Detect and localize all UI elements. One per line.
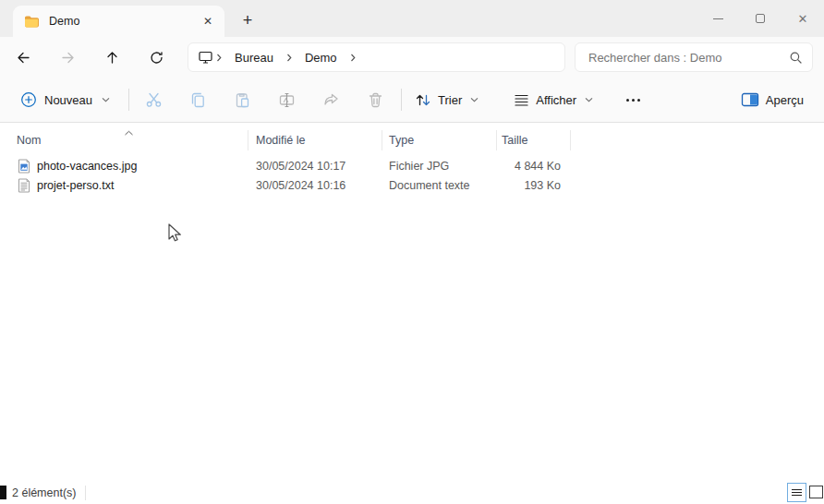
- rename-icon: [278, 91, 296, 109]
- cut-icon: [145, 91, 163, 109]
- view-button-label: Afficher: [536, 93, 576, 107]
- chevron-right-icon: [284, 54, 295, 62]
- sort-ascending-icon: [124, 126, 134, 138]
- sort-button-label: Trier: [438, 93, 462, 107]
- file-size: 4 844 Ko: [462, 160, 561, 173]
- chevron-down-icon: [585, 97, 593, 102]
- view-lines-icon: [514, 93, 529, 107]
- preview-button[interactable]: Aperçu: [733, 87, 811, 113]
- maximize-icon: [756, 14, 765, 23]
- file-type: Fichier JPG: [389, 160, 449, 173]
- new-tab-button[interactable]: +: [235, 7, 261, 33]
- desktop-icon: [198, 50, 213, 65]
- chevron-down-icon: [470, 97, 479, 102]
- breadcrumb-item-bureau[interactable]: Bureau: [224, 47, 284, 68]
- tab-close-icon[interactable]: ✕: [197, 10, 219, 32]
- up-button[interactable]: [97, 42, 127, 72]
- items-count: 2 élément(s): [12, 486, 76, 499]
- back-button[interactable]: [8, 42, 38, 72]
- column-divider[interactable]: [496, 130, 497, 150]
- paste-button[interactable]: [224, 83, 261, 116]
- breadcrumb-item-demo[interactable]: Demo: [295, 47, 347, 68]
- refresh-button[interactable]: [141, 42, 171, 72]
- forward-button[interactable]: [53, 42, 82, 72]
- file-row-projet-perso[interactable]: projet-perso.txt 30/05/2024 10:16 Docume…: [0, 176, 824, 197]
- column-header-size[interactable]: Taille: [502, 134, 528, 147]
- back-icon: [16, 50, 31, 66]
- tab-demo[interactable]: Demo ✕: [13, 6, 224, 37]
- status-bar: 2 élément(s): [0, 482, 824, 504]
- mouse-cursor: [167, 223, 186, 244]
- rename-button[interactable]: [268, 83, 305, 116]
- file-row-photo-vacances[interactable]: photo-vacances.jpg 30/05/2024 10:17 Fich…: [0, 157, 824, 177]
- delete-button[interactable]: [357, 83, 394, 116]
- share-icon: [322, 91, 340, 109]
- search-icon: [789, 51, 803, 65]
- details-view-icon: [792, 489, 802, 490]
- view-button[interactable]: Afficher: [506, 88, 600, 113]
- status-divider: [85, 486, 86, 500]
- title-bar: Demo ✕ + ✕: [0, 0, 824, 37]
- image-file-icon: [17, 159, 31, 174]
- minimize-button[interactable]: [697, 0, 739, 37]
- column-header-modified[interactable]: Modifié le: [256, 134, 306, 147]
- chevron-right-icon: [347, 54, 358, 62]
- file-name: photo-vacances.jpg: [37, 160, 137, 173]
- file-size: 193 Ko: [462, 179, 561, 192]
- refresh-icon: [149, 50, 164, 66]
- paste-icon: [234, 91, 251, 109]
- delete-icon: [367, 91, 384, 109]
- maximize-button[interactable]: [739, 0, 782, 37]
- close-icon: ✕: [798, 12, 808, 26]
- more-options-button[interactable]: [617, 91, 649, 109]
- search-box: [575, 42, 813, 72]
- text-file-icon: [17, 178, 31, 193]
- recording-marker: [0, 486, 6, 499]
- file-modified: 30/05/2024 10:16: [256, 179, 345, 192]
- large-icons-view-button[interactable]: [809, 486, 823, 498]
- copy-icon: [189, 91, 207, 109]
- column-divider[interactable]: [248, 130, 248, 150]
- column-divider[interactable]: [570, 130, 571, 150]
- toolbar-divider: [401, 89, 402, 111]
- plus-circle-icon: [20, 91, 37, 108]
- folder-icon: [24, 15, 40, 28]
- navigation-bar: Bureau Demo: [0, 37, 824, 78]
- toolbar-divider: [128, 89, 129, 111]
- file-type: Document texte: [389, 179, 470, 192]
- column-header-name[interactable]: Nom: [17, 134, 41, 147]
- column-headers: Nom Modifié le Type Taille: [0, 128, 824, 153]
- minimize-icon: [713, 18, 723, 19]
- column-divider[interactable]: [382, 130, 382, 150]
- window-controls: ✕: [697, 0, 824, 37]
- new-button[interactable]: Nouveau: [13, 86, 117, 114]
- chevron-right-icon: [213, 54, 224, 62]
- cut-button[interactable]: [135, 83, 172, 116]
- file-modified: 30/05/2024 10:17: [256, 160, 345, 173]
- preview-button-label: Aperçu: [766, 93, 804, 107]
- share-button[interactable]: [312, 83, 349, 116]
- new-button-label: Nouveau: [44, 93, 92, 107]
- close-window-button[interactable]: ✕: [782, 0, 824, 37]
- sort-icon: [415, 92, 431, 108]
- sort-button[interactable]: Trier: [407, 87, 486, 114]
- more-icon: [626, 99, 629, 102]
- chevron-down-icon: [102, 97, 110, 102]
- tab-title: Demo: [49, 15, 197, 28]
- address-bar[interactable]: Bureau Demo: [188, 42, 565, 72]
- forward-icon: [60, 50, 76, 66]
- up-icon: [104, 50, 120, 66]
- command-toolbar: Nouveau Trier Afficher Aperçu: [0, 78, 824, 123]
- file-name: projet-perso.txt: [37, 179, 114, 192]
- preview-icon: [741, 92, 759, 107]
- column-header-type[interactable]: Type: [389, 134, 414, 147]
- search-input[interactable]: [587, 50, 789, 66]
- copy-button[interactable]: [179, 83, 216, 116]
- details-view-button[interactable]: [787, 483, 806, 502]
